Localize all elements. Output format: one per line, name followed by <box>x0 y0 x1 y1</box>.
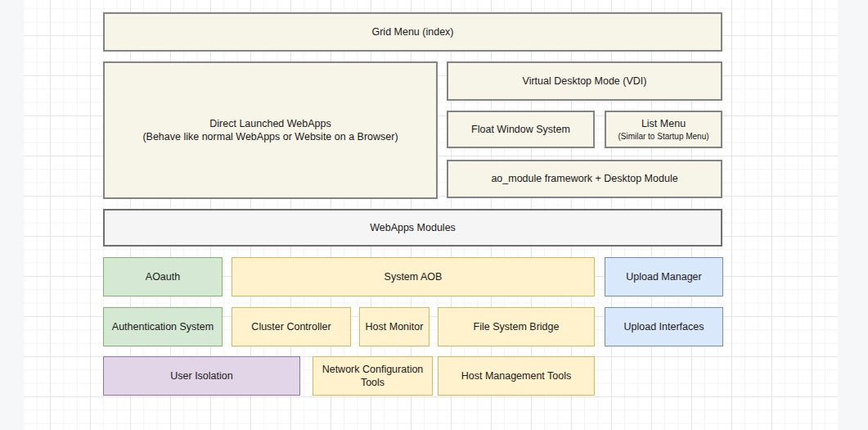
ao-module-label: ao_module framework + Desktop Module <box>491 172 677 185</box>
list-menu-sublabel: (Similar to Startup Menu) <box>618 131 708 142</box>
fs-bridge-label: File System Bridge <box>474 320 560 333</box>
network-config-shape[interactable]: Network Configuration Tools <box>313 356 433 396</box>
upload-interfaces-shape[interactable]: Upload Interfaces <box>605 307 723 346</box>
direct-webapps-sublabel: (Behave like normal WebApps or Website o… <box>142 130 398 143</box>
fs-bridge-shape[interactable]: File System Bridge <box>438 307 595 346</box>
system-aob-label: System AOB <box>385 270 443 283</box>
float-window-label: Float Window System <box>471 123 570 136</box>
cluster-controller-label: Cluster Controller <box>251 320 331 333</box>
webapps-modules-shape[interactable]: WebApps Modules <box>103 209 722 247</box>
user-isolation-shape[interactable]: User Isolation <box>103 356 300 396</box>
direct-webapps-label: Direct Launched WebApps <box>209 117 331 130</box>
network-config-label: Network Configuration Tools <box>318 363 427 390</box>
host-monitor-label: Host Monitor <box>366 320 424 333</box>
webapps-modules-label: WebApps Modules <box>370 221 456 234</box>
vdi-label: Virtual Desktop Mode (VDI) <box>523 75 647 88</box>
host-monitor-shape[interactable]: Host Monitor <box>359 307 430 346</box>
upload-manager-shape[interactable]: Upload Manager <box>605 257 723 296</box>
upload-interfaces-label: Upload Interfaces <box>624 320 704 333</box>
ao-module-shape[interactable]: ao_module framework + Desktop Module <box>447 160 722 198</box>
cluster-controller-shape[interactable]: Cluster Controller <box>232 307 351 346</box>
list-menu-shape[interactable]: List Menu (Similar to Startup Menu) <box>605 111 722 148</box>
auth-system-shape[interactable]: Authentication System <box>103 307 223 346</box>
diagram-page: { "palette": { "page-bg": "#f6f7f9", "ca… <box>0 0 868 430</box>
grid-menu-label: Grid Menu (index) <box>371 25 453 38</box>
direct-webapps-shape[interactable]: Direct Launched WebApps (Behave like nor… <box>103 61 438 199</box>
upload-manager-label: Upload Manager <box>626 270 701 283</box>
host-mgmt-shape[interactable]: Host Management Tools <box>438 356 595 396</box>
auth-system-label: Authentication System <box>112 320 214 333</box>
float-window-shape[interactable]: Float Window System <box>447 111 595 148</box>
user-isolation-label: User Isolation <box>170 369 232 382</box>
list-menu-label: List Menu <box>641 117 686 130</box>
diagram-canvas: Grid Menu (index) Direct Launched WebApp… <box>24 0 838 430</box>
host-mgmt-label: Host Management Tools <box>461 369 572 382</box>
aoauth-shape[interactable]: AOauth <box>103 257 223 296</box>
aoauth-label: AOauth <box>146 270 180 283</box>
grid-menu-shape[interactable]: Grid Menu (index) <box>103 12 722 52</box>
system-aob-shape[interactable]: System AOB <box>232 257 595 296</box>
vdi-shape[interactable]: Virtual Desktop Mode (VDI) <box>447 61 722 101</box>
